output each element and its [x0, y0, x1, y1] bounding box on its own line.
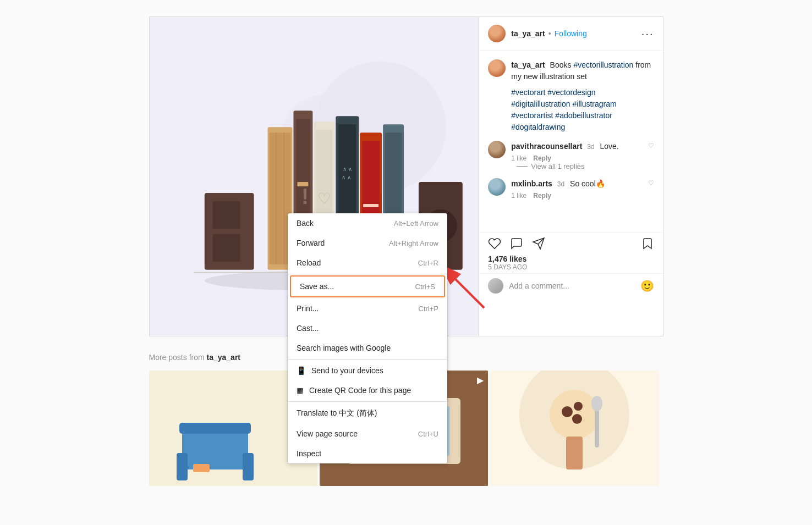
action-bar: [479, 232, 662, 252]
post-header: ta_ya_art • Following ···: [479, 17, 662, 51]
menu-reload-shortcut: Ctrl+R: [418, 259, 438, 267]
svg-point-47: [550, 390, 599, 439]
svg-point-52: [574, 402, 583, 411]
bookmark-button[interactable]: [641, 237, 654, 250]
menu-cast[interactable]: Cast...: [288, 318, 447, 338]
menu-translate[interactable]: Translate to 中文 (简体): [288, 403, 447, 424]
post-time-ago: 5 DAYS AGO: [488, 263, 654, 271]
comment-2-time: 3d: [557, 180, 564, 188]
comment-2-text: So cool🔥: [570, 179, 605, 188]
svg-point-53: [572, 414, 582, 424]
emoji-button[interactable]: 🙂: [640, 279, 654, 292]
add-comment-area: 🙂: [479, 273, 662, 298]
poster-username[interactable]: ta_ya_art: [511, 29, 545, 38]
svg-rect-33: [177, 453, 188, 480]
menu-inspect-label: Inspect: [297, 449, 321, 458]
following-label[interactable]: Following: [555, 29, 587, 38]
menu-qr-code-label: Create QR Code for this page: [309, 386, 411, 395]
menu-forward-label: Forward: [297, 239, 325, 247]
svg-rect-48: [566, 436, 583, 469]
menu-back[interactable]: Back Alt+Left Arrow: [288, 213, 447, 233]
comment-2-reply-button[interactable]: Reply: [533, 192, 551, 200]
comment-1-time: 3d: [587, 143, 594, 151]
svg-text:∧ ∧: ∧ ∧: [341, 174, 350, 180]
menu-cast-label: Cast...: [297, 324, 319, 333]
comment-1: pavithracounsellart 3d Love. ♡ 1 like Re…: [488, 141, 654, 170]
svg-point-51: [562, 406, 573, 417]
menu-back-label: Back: [297, 219, 314, 228]
menu-save-as[interactable]: Save as... Ctrl+S: [290, 275, 445, 297]
menu-view-source[interactable]: View page source Ctrl+U: [288, 424, 447, 444]
context-menu: Back Alt+Left Arrow Forward Alt+Right Ar…: [288, 213, 447, 463]
comments-area: ta_ya_art Books #vectorillustration from…: [479, 51, 662, 232]
poster-avatar[interactable]: [488, 25, 506, 42]
comment-1-heart[interactable]: ♡: [648, 141, 654, 151]
comment-2: mxlinb.arts 3d So cool🔥 ♡ 1 like Reply: [488, 178, 654, 200]
menu-search-images[interactable]: Search images with Google: [288, 338, 447, 358]
comment-1-avatar: [488, 141, 506, 158]
likes-section: 1,476 likes 5 DAYS AGO: [479, 252, 662, 273]
menu-divider-1: [288, 274, 447, 274]
thumbnail-2-icon: ▶: [477, 375, 484, 385]
main-comment-avatar: [488, 59, 506, 77]
menu-forward-shortcut: Alt+Right Arrow: [389, 239, 438, 247]
comment-2-heart[interactable]: ♡: [648, 178, 654, 188]
menu-qr-code-icon: ▦: [297, 386, 304, 395]
menu-save-as-shortcut: Ctrl+S: [415, 283, 435, 291]
more-posts-username[interactable]: ta_ya_art: [207, 353, 241, 362]
comment-1-likes: 1 like: [511, 154, 526, 162]
svg-rect-4: [212, 201, 240, 229]
comment-2-avatar: [488, 178, 506, 196]
menu-forward[interactable]: Forward Alt+Right Arrow: [288, 233, 447, 253]
current-user-avatar: [488, 278, 503, 294]
comment-2-likes: 1 like: [511, 192, 526, 200]
menu-back-shortcut: Alt+Left Arrow: [394, 219, 438, 228]
menu-reload[interactable]: Reload Ctrl+R: [288, 253, 447, 273]
share-button[interactable]: [532, 237, 545, 250]
comment-button[interactable]: [510, 237, 523, 250]
menu-view-source-shortcut: Ctrl+U: [418, 430, 438, 438]
dot-separator: •: [548, 29, 551, 38]
menu-print-shortcut: Ctrl+P: [419, 305, 438, 313]
main-comment-text-plain: Books: [550, 60, 574, 69]
menu-inspect[interactable]: Inspect: [288, 444, 447, 463]
menu-qr-code-label-group: ▦ Create QR Code for this page: [297, 386, 411, 395]
menu-qr-code[interactable]: ▦ Create QR Code for this page: [288, 380, 447, 400]
menu-divider-2: [288, 359, 447, 360]
comment-1-text: Love.: [600, 142, 619, 151]
more-options-button[interactable]: ···: [641, 28, 654, 39]
menu-print[interactable]: Print... Ctrl+P: [288, 299, 447, 318]
comment-2-username[interactable]: mxlinb.arts: [511, 179, 552, 188]
svg-text:∧ ∧: ∧ ∧: [342, 166, 352, 172]
svg-text:!: !: [301, 184, 308, 208]
comment-1-username[interactable]: pavithracounsellart: [511, 142, 582, 151]
comment-1-reply-button[interactable]: Reply: [533, 154, 551, 162]
main-comment-hashtag1[interactable]: #vectorillustration: [573, 60, 633, 69]
menu-search-images-label: Search images with Google: [297, 344, 391, 352]
svg-rect-34: [243, 453, 254, 480]
menu-print-label: Print...: [297, 304, 319, 313]
main-comment-username[interactable]: ta_ya_art: [511, 60, 545, 69]
likes-count[interactable]: 1,476 likes: [488, 255, 654, 263]
menu-view-source-label: View page source: [297, 429, 358, 438]
svg-rect-24: [363, 204, 378, 207]
main-post-comment: ta_ya_art Books #vectorillustration from…: [488, 59, 654, 133]
svg-rect-35: [179, 423, 251, 434]
menu-translate-label: Translate to 中文 (简体): [297, 408, 377, 418]
menu-send-devices-icon: 📱: [297, 366, 306, 375]
svg-text:♡: ♡: [317, 190, 331, 207]
menu-divider-3: [288, 401, 447, 402]
menu-send-devices[interactable]: 📱 Send to your devices: [288, 361, 447, 380]
menu-reload-label: Reload: [297, 258, 321, 267]
menu-save-as-label: Save as...: [300, 282, 334, 291]
svg-rect-36: [193, 464, 210, 472]
thumbnail-3[interactable]: [490, 371, 659, 486]
menu-send-devices-label-group: 📱 Send to your devices: [297, 366, 383, 375]
view-all-replies[interactable]: View all 1 replies: [517, 162, 654, 170]
comment-input[interactable]: [509, 281, 640, 290]
main-comment-tags: #vectorart #vectordesign #digitalillustr…: [511, 88, 616, 131]
like-button[interactable]: [488, 237, 501, 250]
menu-send-devices-label: Send to your devices: [311, 366, 383, 375]
svg-point-50: [591, 396, 602, 411]
svg-rect-5: [212, 234, 240, 262]
